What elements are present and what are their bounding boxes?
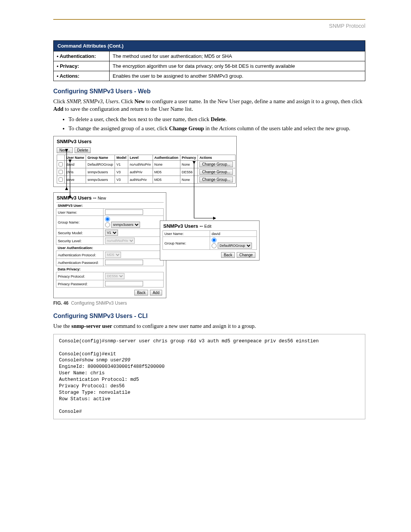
table-row: davidDefaultROGroupV1noAuthNoPrivNoneNon… <box>57 161 236 168</box>
new-panel-title: SNMPv3 Users -- New <box>54 193 166 202</box>
section-cli-para: Use the snmp-server user command to conf… <box>53 323 365 330</box>
add-button[interactable]: Add <box>150 290 162 296</box>
edit-group-radio-select[interactable] <box>212 243 217 248</box>
change-group-button[interactable]: Change Group... <box>199 161 233 167</box>
snmpv3-users-panel: SNMPv3 Users New... Delete User Name Gro… <box>53 136 237 187</box>
attr-row-desc: Enables the user to be assigned to anoth… <box>110 71 365 81</box>
users-grid: User Name Group Name Model Level Authent… <box>57 155 236 184</box>
edit-group-radio-blank[interactable] <box>212 238 217 243</box>
security-model-select[interactable]: V1 <box>105 230 118 236</box>
table-row: chrissnmpv3usersV3authPrivMD5DES56 Chang… <box>57 168 236 176</box>
row-checkbox[interactable] <box>59 162 63 166</box>
header-protocol: SNMP Protocol <box>53 23 365 29</box>
privacy-protocol-select[interactable]: DES56 <box>105 273 124 279</box>
snmpv3-users-edit-panel: SNMPv3 Users -- Edit User Name:david Gro… <box>160 220 260 260</box>
attr-row-desc: The encryption algorithm use for data pr… <box>110 61 365 71</box>
command-attributes-table: Command Attributes (Cont.) • Authenticat… <box>53 40 365 81</box>
group-radio-select[interactable] <box>105 222 110 227</box>
privacy-password-input[interactable] <box>105 281 143 286</box>
auth-password-input[interactable] <box>105 260 143 265</box>
change-group-button[interactable]: Change Group... <box>199 169 233 175</box>
row-checkbox[interactable] <box>59 170 63 174</box>
users-panel-title: SNMPv3 Users <box>54 136 236 146</box>
snmpv3-users-new-panel: SNMPv3 Users -- New SNMPV3 User: User Na… <box>53 192 166 298</box>
edit-back-button[interactable]: Back <box>221 252 235 258</box>
attr-table-title: Command Attributes (Cont.) <box>54 41 365 51</box>
attr-row-desc: The method used for user authentication;… <box>110 51 365 61</box>
svg-marker-2 <box>65 187 68 190</box>
new-button[interactable]: New... <box>57 147 73 153</box>
cli-codeblock: Console(config)#snmp-server user chris g… <box>53 334 365 420</box>
user-name-input[interactable] <box>105 209 143 215</box>
security-level-select[interactable]: noAuthNoPriv <box>105 238 135 244</box>
figure-container: SNMPv3 Users New... Delete User Name Gro… <box>53 136 247 298</box>
edit-change-button[interactable]: Change <box>237 252 255 258</box>
delete-button[interactable]: Delete <box>75 147 91 153</box>
section-web-bullets: To delete a user, check the box next to … <box>68 116 365 132</box>
edit-panel-title: SNMPv3 Users -- Edit <box>160 221 259 230</box>
group-radio-blank[interactable] <box>105 217 110 222</box>
section-web-para: Click SNMP, SNMPv3, Users. Click New to … <box>53 98 365 113</box>
auth-protocol-select[interactable]: MD5 <box>105 252 121 258</box>
attr-row-label: • Actions: <box>54 71 110 81</box>
group-select[interactable]: snmpv3users <box>111 222 140 228</box>
attr-row-label: • Authentication: <box>54 51 110 61</box>
row-checkbox[interactable] <box>59 177 63 182</box>
change-group-button[interactable]: Change Group... <box>199 177 233 182</box>
attr-row-label: • Privacy: <box>54 61 110 71</box>
svg-marker-7 <box>213 217 216 220</box>
figure-caption: FIG. 46 Configuring SNMPv3 Users <box>53 300 365 306</box>
back-button[interactable]: Back <box>134 290 148 296</box>
section-web-title: Configuring SNMPv3 Users - Web <box>53 88 365 95</box>
table-row: stevesnmpv3usersV3authNoPrivMD5None Chan… <box>57 176 236 184</box>
section-cli-title: Configuring SNMPv3 Users - CLI <box>53 313 365 320</box>
edit-group-select[interactable]: DefaultROGroup <box>218 243 252 249</box>
